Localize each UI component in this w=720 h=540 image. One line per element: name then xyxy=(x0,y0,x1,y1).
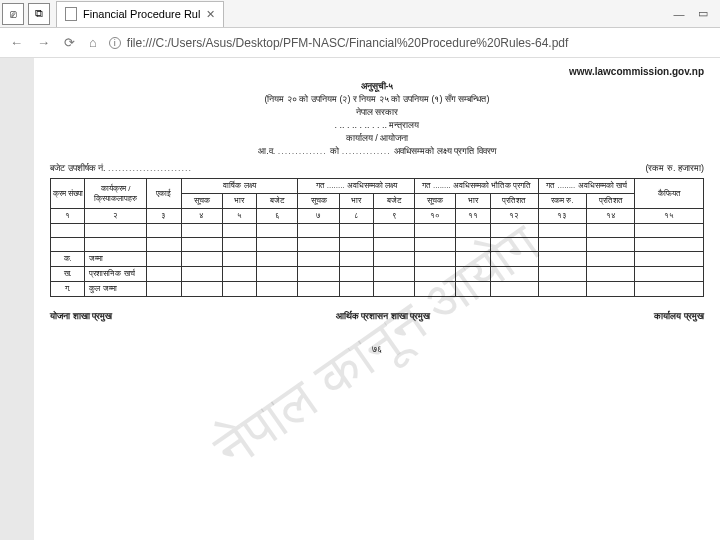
new-tab-icon[interactable]: ⧉ xyxy=(28,3,50,25)
num-cell: ८ xyxy=(339,209,373,224)
g4b: अवधिसम्मको खर्च xyxy=(578,181,627,190)
table-row: ख. प्रशासनिक खर्च xyxy=(51,267,704,282)
row-kha-label: प्रशासनिक खर्च xyxy=(85,267,147,282)
pdf-page: नेपाल कानून आयोग www.lawcommission.gov.n… xyxy=(34,58,720,540)
g2b: अवधिसम्मको लक्ष्य xyxy=(347,181,397,190)
num-cell: ९ xyxy=(374,209,415,224)
col-annual-target: वार्षिक लक्ष्य xyxy=(181,179,298,194)
schedule-title: अनुसूची-५ xyxy=(50,81,704,92)
maximize-button[interactable]: ▭ xyxy=(692,4,714,24)
num-cell: ३ xyxy=(147,209,181,224)
app-icon[interactable]: ⎚ xyxy=(2,3,24,25)
address-bar: ← → ⟳ ⌂ i file:///C:/Users/Asus/Desktop/… xyxy=(0,28,720,58)
num-cell: २ xyxy=(85,209,147,224)
forward-button[interactable]: → xyxy=(37,35,50,50)
unit-note: (रकम रु. हजारमा) xyxy=(646,163,705,174)
site-url: www.lawcommission.gov.np xyxy=(50,66,704,77)
num-cell: १० xyxy=(415,209,456,224)
sub-indicator: सूचक xyxy=(415,194,456,209)
num-cell: १३ xyxy=(538,209,586,224)
home-button[interactable]: ⌂ xyxy=(89,35,97,50)
government-name: नेपाल सरकार xyxy=(50,107,704,118)
sub-budget: बजेट xyxy=(257,194,298,209)
row-ga-label: कुल जम्मा xyxy=(85,282,147,297)
browser-tab[interactable]: Financial Procedure Rul ✕ xyxy=(56,1,224,27)
period-blank: .............. xyxy=(278,146,331,156)
sub-weight: भार xyxy=(339,194,373,209)
table-row: क्रम संख्या कार्यक्रम / क्रियाकलापहरु एक… xyxy=(51,179,704,194)
close-tab-icon[interactable]: ✕ xyxy=(206,8,215,21)
url-field[interactable]: i file:///C:/Users/Asus/Desktop/PFM-NASC… xyxy=(109,36,710,50)
row-ga: ग. xyxy=(51,282,85,297)
col-activity: कार्यक्रम / क्रियाकलापहरु xyxy=(85,179,147,209)
document-header: अनुसूची-५ (नियम २० को उपनियम (२) र नियम … xyxy=(50,81,704,157)
period-line: आ.व. .............. को .............. अव… xyxy=(50,146,704,157)
signature-row: योजना शाखा प्रमुख आर्थिक प्रशासन शाखा प्… xyxy=(50,311,704,322)
col-expenditure: गत ........ अवधिसम्मको खर्च xyxy=(538,179,634,194)
sub-amount: रकम रु. xyxy=(538,194,586,209)
sub-weight: भार xyxy=(222,194,256,209)
table-row: १ २ ३ ४ ५ ६ ७ ८ ९ १० ११ १२ १३ १४ १५ xyxy=(51,209,704,224)
signature-plan-chief: योजना शाखा प्रमुख xyxy=(50,311,112,322)
num-cell: १२ xyxy=(490,209,538,224)
row-ka: क. xyxy=(51,252,85,267)
budget-row: बजेट उपशीर्षक नं. ......................… xyxy=(50,163,704,174)
sub-indicator: सूचक xyxy=(181,194,222,209)
tab-title: Financial Procedure Rul xyxy=(83,8,200,20)
sub-percent: प्रतिशत xyxy=(587,194,635,209)
budget-head-label: बजेट उपशीर्षक नं. xyxy=(50,163,106,173)
row-kha: ख. xyxy=(51,267,85,282)
rule-reference: (नियम २० को उपनियम (२) र नियम २५ को उपनि… xyxy=(50,94,704,105)
col-physical-progress: गत ........ अवधिसम्मको भौतिक प्रगति xyxy=(415,179,539,194)
col-remarks: कैफियत xyxy=(635,179,704,209)
site-info-icon[interactable]: i xyxy=(109,37,121,49)
sub-budget: बजेट xyxy=(374,194,415,209)
row-ka-label: जम्मा xyxy=(85,252,147,267)
col-unit: एकाई xyxy=(147,179,181,209)
col-serial: क्रम संख्या xyxy=(51,179,85,209)
num-cell: १ xyxy=(51,209,85,224)
period-suffix: अवधिसम्मको लक्ष्य प्रगति विवरण xyxy=(394,146,496,156)
num-cell: १५ xyxy=(635,209,704,224)
nav-buttons: ← → ⟳ ⌂ xyxy=(10,35,97,50)
sub-weight: भार xyxy=(456,194,490,209)
g2a: गत ........ xyxy=(316,181,345,190)
period-blank2: .............. xyxy=(342,146,395,156)
g4a: गत ........ xyxy=(546,181,575,190)
sub-percent: प्रतिशत xyxy=(490,194,538,209)
sub-indicator: सूचक xyxy=(298,194,339,209)
num-cell: ११ xyxy=(456,209,490,224)
ministry-line: . .. . .. . .. . . .. मन्त्रालय xyxy=(50,120,704,131)
url-text: file:///C:/Users/Asus/Desktop/PFM-NASC/F… xyxy=(127,36,569,50)
period-mid: को xyxy=(330,146,339,156)
reload-button[interactable]: ⟳ xyxy=(64,35,75,50)
table-row xyxy=(51,238,704,252)
pdf-viewport: नेपाल कानून आयोग www.lawcommission.gov.n… xyxy=(0,58,720,540)
browser-titlebar: ⎚ ⧉ Financial Procedure Rul ✕ — ▭ xyxy=(0,0,720,28)
pdf-favicon-icon xyxy=(65,7,77,21)
budget-head-blank: ........................ xyxy=(108,163,192,173)
budget-head: बजेट उपशीर्षक नं. ......................… xyxy=(50,163,192,174)
minimize-button[interactable]: — xyxy=(668,4,690,24)
num-cell: ५ xyxy=(222,209,256,224)
g3a: गत ........ xyxy=(422,181,451,190)
viewport-gutter xyxy=(0,58,34,540)
signature-finance-chief: आर्थिक प्रशासन शाखा प्रमुख xyxy=(336,311,431,322)
col-period-target: गत ........ अवधिसम्मको लक्ष्य xyxy=(298,179,415,194)
num-cell: ४ xyxy=(181,209,222,224)
back-button[interactable]: ← xyxy=(10,35,23,50)
period-prefix: आ.व. xyxy=(258,146,275,156)
signature-office-chief: कार्यालय प्रमुख xyxy=(654,311,704,322)
num-cell: ७ xyxy=(298,209,339,224)
progress-table: क्रम संख्या कार्यक्रम / क्रियाकलापहरु एक… xyxy=(50,178,704,297)
num-cell: ६ xyxy=(257,209,298,224)
num-cell: १४ xyxy=(587,209,635,224)
page-number: ७६ xyxy=(50,344,704,355)
table-row: क. जम्मा xyxy=(51,252,704,267)
window-controls: — ▭ xyxy=(668,4,720,24)
g3b: अवधिसम्मको भौतिक प्रगति xyxy=(453,181,531,190)
office-line: कार्यालय / आयोजना xyxy=(50,133,704,144)
table-row xyxy=(51,224,704,238)
table-row: ग. कुल जम्मा xyxy=(51,282,704,297)
tab-group: ⎚ ⧉ Financial Procedure Rul ✕ xyxy=(0,0,224,27)
